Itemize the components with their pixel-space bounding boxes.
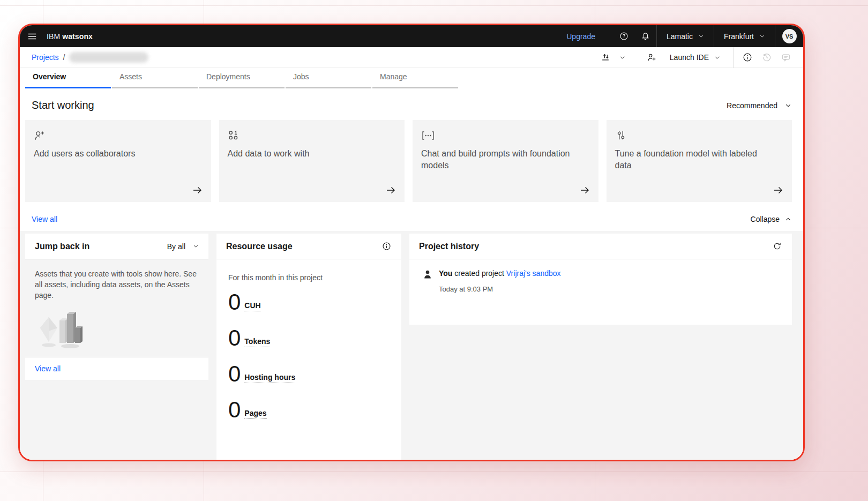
card-tune-model[interactable]: Tune a foundation model with labeled dat… [607, 120, 792, 202]
metric-value: 0 [228, 291, 241, 313]
chevron-down-icon [785, 102, 791, 109]
tab-label: Assets [119, 72, 142, 81]
hamburger-icon [27, 32, 37, 41]
region-switcher[interactable]: Frankfurt [714, 25, 775, 47]
import-export-button[interactable] [596, 47, 615, 68]
add-user-icon [647, 53, 656, 62]
jump-back-in-filter-dropdown[interactable]: By all [167, 242, 199, 251]
history-entry-text: You created project Vrijraj's sandbox [439, 269, 561, 278]
arrow-right-icon [579, 185, 590, 196]
refresh-icon [773, 242, 782, 251]
chat-icon [781, 53, 791, 62]
tab-label: Overview [33, 72, 66, 81]
hamburger-menu-button[interactable] [20, 25, 44, 47]
user-avatar[interactable]: VS [782, 29, 797, 43]
card-label: Chat and build prompts with foundation m… [421, 148, 582, 171]
launch-ide-label: Launch IDE [670, 53, 709, 62]
resource-usage-title: Resource usage [226, 242, 293, 251]
start-working-view-all-link[interactable]: View all [32, 215, 57, 223]
redacted-project-name [69, 52, 148, 63]
add-collaborator-button[interactable] [642, 47, 661, 68]
upgrade-link[interactable]: Upgrade [566, 32, 595, 41]
help-icon [619, 32, 628, 41]
sort-label: Recommended [727, 101, 777, 110]
metric-value: 0 [228, 399, 241, 421]
card-chat-prompts[interactable]: Chat and build prompts with foundation m… [413, 120, 598, 202]
project-history-title: Project history [419, 242, 479, 251]
collapse-label: Collapse [751, 215, 780, 223]
data-icon [228, 130, 240, 141]
metric-value: 0 [228, 363, 241, 385]
overview-content: Start working Recommended Add users as c… [20, 88, 803, 460]
tab-jobs[interactable]: Jobs [286, 68, 371, 88]
metric-hosting-hours: 0 Hosting hours [228, 363, 390, 385]
chevron-down-icon [759, 33, 765, 39]
breadcrumb-projects-link[interactable]: Projects [32, 53, 59, 62]
metric-pages: 0 Pages [228, 399, 390, 421]
arrow-right-icon [773, 185, 783, 196]
import-options-chevron[interactable] [615, 47, 630, 68]
jump-back-in-panel: Jump back in By all Assets that you crea… [25, 234, 208, 380]
project-actions: Launch IDE [596, 47, 796, 68]
history-action: created project [454, 269, 504, 278]
global-header: IBM watsonx Upgrade Lamatic Frankfurt [20, 25, 803, 47]
card-add-data[interactable]: Add data to work with [219, 120, 405, 202]
metric-label[interactable]: Pages [244, 409, 266, 419]
tab-label: Deployments [206, 72, 250, 81]
project-history-panel: Project history [409, 234, 792, 325]
region-label: Frankfurt [724, 32, 754, 41]
metric-tokens: 0 Tokens [228, 327, 390, 349]
recent-history-button[interactable] [757, 47, 776, 68]
metric-label[interactable]: Hosting hours [244, 373, 295, 383]
card-add-collaborators[interactable]: Add users as collaborators [25, 120, 211, 202]
tab-deployments[interactable]: Deployments [199, 68, 285, 88]
comments-button[interactable] [776, 47, 796, 68]
chevron-up-icon [785, 216, 791, 222]
start-working-title: Start working [32, 99, 94, 111]
prompt-icon [421, 130, 435, 141]
metric-cuh: 0 CUH [228, 291, 390, 313]
help-button[interactable] [613, 25, 635, 47]
tab-overview[interactable]: Overview [25, 68, 111, 88]
project-link[interactable]: Vrijraj's sandbox [506, 269, 561, 278]
metric-label[interactable]: CUH [244, 301, 260, 311]
bell-icon [641, 32, 650, 41]
card-label: Add data to work with [228, 148, 388, 160]
tab-manage[interactable]: Manage [372, 68, 458, 88]
actions-divider [733, 47, 734, 68]
import-export-icon [601, 53, 610, 62]
tab-label: Jobs [293, 72, 309, 81]
account-label: Lamatic [667, 32, 693, 41]
tune-icon [615, 130, 627, 141]
info-icon [743, 53, 752, 62]
notifications-button[interactable] [635, 25, 656, 47]
metric-value: 0 [228, 327, 241, 349]
backdrop-grid-line [0, 472, 868, 472]
metric-label[interactable]: Tokens [244, 337, 270, 347]
chevron-down-icon [714, 55, 720, 61]
card-label: Tune a foundation model with labeled dat… [615, 148, 776, 171]
brand-logo[interactable]: IBM watsonx [47, 32, 93, 41]
resource-usage-info-button[interactable] [381, 241, 392, 252]
tab-assets[interactable]: Assets [112, 68, 198, 88]
recommended-sort-dropdown[interactable]: Recommended [727, 101, 791, 110]
assets-illustration [35, 309, 199, 350]
jump-back-in-description: Assets that you create with tools show h… [35, 269, 199, 301]
project-tabs: Overview Assets Deployments Jobs Manage [20, 68, 803, 88]
project-info-button[interactable] [738, 47, 757, 68]
account-switcher[interactable]: Lamatic [657, 25, 714, 47]
history-timestamp: Today at 9:03 PM [439, 285, 779, 293]
resource-usage-period: For this month in this project [228, 273, 390, 282]
chevron-down-icon [619, 55, 625, 61]
jump-back-in-view-all-link[interactable]: View all [35, 364, 61, 373]
chevron-down-icon [698, 33, 704, 39]
brand-suffix: watsonx [62, 32, 93, 41]
resource-usage-panel: Resource usage For this month in this pr… [216, 234, 401, 460]
dashboard-panels: Jump back in By all Assets that you crea… [20, 231, 803, 460]
brand-prefix: IBM [47, 32, 60, 41]
collapse-section-button[interactable]: Collapse [751, 215, 791, 223]
refresh-history-button[interactable] [772, 241, 782, 252]
breadcrumb-separator: / [63, 53, 65, 62]
launch-ide-dropdown[interactable]: Launch IDE [661, 47, 729, 68]
tab-label: Manage [380, 72, 407, 81]
